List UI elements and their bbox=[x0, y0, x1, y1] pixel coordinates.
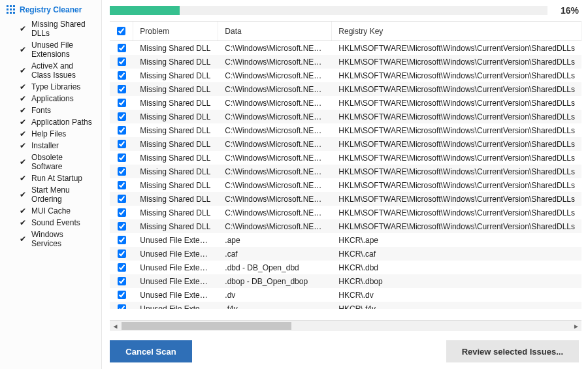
svg-rect-5 bbox=[13, 8, 15, 10]
sidebar-item[interactable]: ✔ActiveX and Class Issues bbox=[20, 60, 95, 81]
sidebar-header[interactable]: Registry Cleaner bbox=[7, 5, 95, 14]
review-issues-button[interactable]: Review selected Issues... bbox=[446, 340, 579, 362]
row-checkbox[interactable] bbox=[118, 181, 126, 189]
row-checkbox[interactable] bbox=[118, 277, 126, 285]
cell-key: HKLM\SOFTWARE\Microsoft\Windows\CurrentV… bbox=[332, 44, 581, 53]
row-checkbox[interactable] bbox=[118, 153, 126, 162]
header-checkbox-cell bbox=[110, 22, 133, 40]
cell-data: C:\Windows\Microsoft.NET\Fra... bbox=[218, 71, 332, 80]
row-checkbox[interactable] bbox=[118, 57, 126, 66]
table-row[interactable]: Unused File Extension.apeHKCR\.ape bbox=[110, 233, 581, 247]
row-checkbox[interactable] bbox=[118, 304, 126, 309]
sidebar-item[interactable]: ✔Unused File Extensions bbox=[20, 39, 95, 60]
header-key[interactable]: Registry Key bbox=[332, 22, 581, 40]
svg-rect-1 bbox=[10, 5, 12, 7]
progress-fill bbox=[110, 6, 180, 15]
row-checkbox-cell bbox=[110, 153, 133, 162]
table-row[interactable]: Missing Shared DLLC:\Windows\Microsoft.N… bbox=[110, 96, 581, 110]
sidebar-item[interactable]: ✔Fonts bbox=[20, 104, 95, 116]
sidebar-item[interactable]: ✔MUI Cache bbox=[20, 205, 95, 217]
table-row[interactable]: Unused File Extension.f4vHKCR\.f4v bbox=[110, 302, 581, 309]
table-row[interactable]: Unused File Extension.dbop - DB_Open_dbo… bbox=[110, 274, 581, 288]
table-body[interactable]: Missing Shared DLLC:\Windows\Microsoft.N… bbox=[110, 41, 581, 309]
cell-data: C:\Windows\Microsoft.NET\Fra... bbox=[218, 181, 332, 190]
sidebar-item-label: Application Paths bbox=[31, 118, 92, 127]
row-checkbox-cell bbox=[110, 249, 133, 258]
cell-problem: Unused File Extension bbox=[133, 304, 218, 310]
row-checkbox[interactable] bbox=[118, 126, 126, 135]
row-checkbox[interactable] bbox=[118, 195, 126, 203]
table-row[interactable]: Missing Shared DLLC:\Windows\Microsoft.N… bbox=[110, 165, 581, 178]
header-problem[interactable]: Problem bbox=[133, 22, 218, 40]
select-all-checkbox[interactable] bbox=[117, 27, 125, 35]
cancel-scan-button[interactable]: Cancel Scan bbox=[110, 340, 191, 362]
cell-data: .caf bbox=[218, 249, 332, 259]
cell-key: HKLM\SOFTWARE\Microsoft\Windows\CurrentV… bbox=[332, 153, 581, 163]
table-row[interactable]: Missing Shared DLLC:\Windows\Microsoft.N… bbox=[110, 192, 581, 206]
row-checkbox[interactable] bbox=[118, 140, 126, 148]
table-row[interactable]: Missing Shared DLLC:\Windows\Microsoft.N… bbox=[110, 178, 581, 192]
sidebar-item[interactable]: ✔Missing Shared DLLs bbox=[20, 18, 95, 39]
check-icon: ✔ bbox=[20, 206, 26, 216]
sidebar-item[interactable]: ✔Obsolete Software bbox=[20, 152, 95, 172]
sidebar-item-label: Applications bbox=[31, 94, 74, 103]
sidebar-item[interactable]: ✔Installer bbox=[20, 140, 95, 152]
table-row[interactable]: Missing Shared DLLC:\Windows\Microsoft.N… bbox=[110, 41, 581, 55]
row-checkbox[interactable] bbox=[118, 291, 126, 299]
row-checkbox[interactable] bbox=[118, 167, 126, 176]
main: 16% Problem Data Registry Key Missing Sh… bbox=[102, 0, 588, 369]
table-row[interactable]: Unused File Extension.dvHKCR\.dv bbox=[110, 288, 581, 302]
sidebar-item-label: Obsolete Software bbox=[31, 153, 95, 171]
sidebar-item[interactable]: ✔Sound Events bbox=[20, 217, 95, 229]
scroll-right-icon[interactable]: ► bbox=[571, 321, 581, 331]
cell-key: HKLM\SOFTWARE\Microsoft\Windows\CurrentV… bbox=[332, 85, 581, 94]
check-icon: ✔ bbox=[20, 234, 26, 244]
table-row[interactable]: Unused File Extension.cafHKCR\.caf bbox=[110, 247, 581, 261]
row-checkbox[interactable] bbox=[118, 236, 126, 244]
row-checkbox[interactable] bbox=[118, 44, 126, 52]
sidebar-item[interactable]: ✔Windows Services bbox=[20, 229, 95, 249]
scroll-thumb[interactable] bbox=[122, 322, 291, 330]
sidebar-item[interactable]: ✔Start Menu Ordering bbox=[20, 184, 95, 205]
sidebar-item[interactable]: ✔Applications bbox=[20, 93, 95, 104]
row-checkbox[interactable] bbox=[118, 222, 126, 231]
row-checkbox[interactable] bbox=[118, 208, 126, 217]
table-row[interactable]: Missing Shared DLLC:\Windows\Microsoft.N… bbox=[110, 55, 581, 69]
table-row[interactable]: Unused File Extension.dbd - DB_Open_dbdH… bbox=[110, 261, 581, 274]
sidebar-item-label: Installer bbox=[31, 141, 59, 150]
cell-problem: Missing Shared DLL bbox=[133, 153, 218, 163]
sidebar-item[interactable]: ✔Run At Startup bbox=[20, 172, 95, 184]
sidebar-item-label: MUI Cache bbox=[31, 206, 71, 216]
table-row[interactable]: Missing Shared DLLC:\Windows\Microsoft.N… bbox=[110, 110, 581, 123]
table-row[interactable]: Missing Shared DLLC:\Windows\Microsoft.N… bbox=[110, 151, 581, 165]
table-row[interactable]: Missing Shared DLLC:\Windows\Microsoft.N… bbox=[110, 69, 581, 82]
table-row[interactable]: Missing Shared DLLC:\Windows\Microsoft.N… bbox=[110, 82, 581, 96]
row-checkbox[interactable] bbox=[118, 85, 126, 93]
row-checkbox-cell bbox=[110, 85, 133, 93]
cell-key: HKCR\.f4v bbox=[332, 304, 581, 310]
row-checkbox[interactable] bbox=[118, 71, 126, 80]
check-icon: ✔ bbox=[20, 129, 26, 138]
sidebar-item[interactable]: ✔Application Paths bbox=[20, 116, 95, 128]
row-checkbox[interactable] bbox=[118, 112, 126, 121]
sidebar-item[interactable]: ✔Type Libraries bbox=[20, 81, 95, 93]
cell-key: HKLM\SOFTWARE\Microsoft\Windows\CurrentV… bbox=[332, 208, 581, 217]
row-checkbox[interactable] bbox=[118, 249, 126, 258]
table-row[interactable]: Missing Shared DLLC:\Windows\Microsoft.N… bbox=[110, 219, 581, 233]
grid-icon bbox=[7, 5, 16, 14]
sidebar-title: Registry Cleaner bbox=[20, 5, 82, 14]
sidebar-item-label: Type Libraries bbox=[31, 82, 80, 91]
row-checkbox[interactable] bbox=[118, 99, 126, 107]
progress-percent: 16% bbox=[553, 5, 579, 16]
scroll-left-icon[interactable]: ◄ bbox=[110, 321, 120, 331]
horizontal-scrollbar[interactable]: ◄ ► bbox=[110, 321, 581, 331]
header-data[interactable]: Data bbox=[218, 22, 332, 40]
sidebar-item[interactable]: ✔Help Files bbox=[20, 128, 95, 140]
table-row[interactable]: Missing Shared DLLC:\Windows\Microsoft.N… bbox=[110, 137, 581, 151]
cell-problem: Unused File Extension bbox=[133, 249, 218, 259]
table-row[interactable]: Missing Shared DLLC:\Windows\Microsoft.N… bbox=[110, 123, 581, 137]
row-checkbox[interactable] bbox=[118, 263, 126, 272]
table-row[interactable]: Missing Shared DLLC:\Windows\Microsoft.N… bbox=[110, 206, 581, 219]
check-icon: ✔ bbox=[20, 118, 26, 127]
check-icon: ✔ bbox=[20, 157, 26, 167]
